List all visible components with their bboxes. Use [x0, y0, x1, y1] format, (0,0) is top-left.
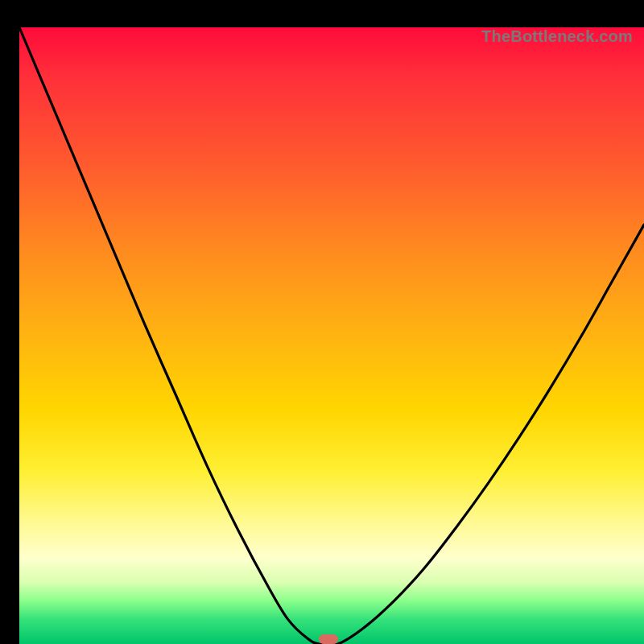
bottleneck-curve	[19, 27, 644, 644]
optimum-marker	[319, 634, 338, 644]
chart-plot-area: TheBottleneck.com	[19, 27, 644, 644]
chart-frame: TheBottleneck.com	[10, 10, 634, 634]
curve-path	[19, 27, 644, 644]
